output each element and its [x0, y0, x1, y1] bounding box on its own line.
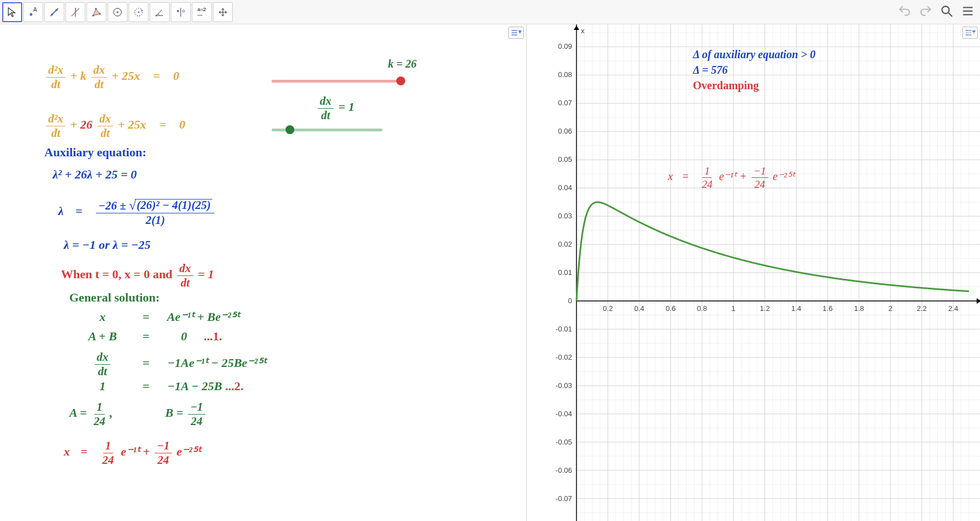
- final-solution: x = 124 e⁻¹ᵗ + −124 e⁻²⁵ᵗ: [64, 440, 201, 466]
- toolbar: A a=2—: [0, 0, 980, 24]
- svg-text:1.8: 1.8: [854, 304, 864, 313]
- gen-row4: 1 = −1A − 25B ...2.: [80, 379, 243, 394]
- svg-point-4: [55, 9, 58, 11]
- svg-text:-0.07: -0.07: [555, 494, 572, 503]
- svg-point-10: [95, 8, 97, 10]
- perpendicular-tool[interactable]: [65, 2, 85, 22]
- svg-point-15: [141, 9, 143, 11]
- svg-text:1: 1: [732, 304, 736, 313]
- dxdt-slider[interactable]: [272, 124, 382, 135]
- gen-ab: A = 124, B = −124: [69, 401, 207, 427]
- svg-text:0.07: 0.07: [558, 99, 572, 107]
- svg-text:0: 0: [568, 297, 572, 305]
- svg-text:2.4: 2.4: [948, 304, 958, 313]
- gen-row3: dxdt = −1Ae⁻¹ᵗ − 25Be⁻²⁵ᵗ: [80, 351, 266, 377]
- view-options-left[interactable]: [508, 27, 524, 39]
- lambda-solutions: λ = −1 or λ = −25: [64, 238, 151, 252]
- general-solution-title: General solution:: [69, 290, 160, 305]
- redo-button[interactable]: [917, 2, 935, 20]
- svg-marker-150: [977, 298, 980, 304]
- svg-point-16: [156, 14, 157, 16]
- point-tool[interactable]: A: [23, 2, 43, 22]
- lambda-quadratic: λ = −26 ± √(26)² − 4(1)(25) 2(1): [58, 199, 216, 226]
- svg-marker-7: [93, 9, 100, 16]
- svg-text:-0.04: -0.04: [555, 410, 572, 418]
- svg-text:0.4: 0.4: [634, 304, 644, 313]
- circle-tool[interactable]: [108, 2, 127, 22]
- svg-text:1.6: 1.6: [823, 304, 833, 313]
- ode-general: d²xdt + k dxdt + 25x = 0: [44, 64, 179, 90]
- svg-text:-0.05: -0.05: [555, 438, 572, 446]
- svg-point-14: [138, 11, 140, 13]
- svg-point-12: [116, 11, 119, 13]
- solution-on-graph: x = 124 e⁻¹ᵗ + −124 e⁻²⁵ᵗ: [668, 166, 795, 190]
- move-tool[interactable]: [2, 2, 22, 22]
- ode-with-k: d²xdt + 26 dxdt + 25x = 0: [44, 113, 185, 139]
- svg-text:-0.03: -0.03: [555, 381, 572, 390]
- svg-text:0.04: 0.04: [558, 183, 572, 192]
- svg-point-3: [51, 13, 53, 16]
- polygon-tool[interactable]: [86, 2, 106, 22]
- reflect-tool[interactable]: [171, 2, 191, 22]
- gen-row2: A + B = 0 ...1.: [80, 329, 222, 344]
- svg-point-20: [942, 6, 949, 13]
- svg-text:0.08: 0.08: [558, 70, 572, 79]
- undo-button[interactable]: [896, 2, 913, 20]
- line-tool[interactable]: [44, 2, 64, 22]
- gen-row1: x = Ae⁻¹ᵗ + Be⁻²⁵ᵗ: [80, 310, 239, 324]
- svg-text:2.2: 2.2: [917, 304, 927, 313]
- menu-icon[interactable]: [959, 2, 977, 20]
- svg-text:0.8: 0.8: [697, 304, 707, 313]
- svg-text:x: x: [581, 27, 585, 35]
- graphics-view[interactable]: x0.20.40.60.811.21.41.61.822.22.4-0.07-0…: [527, 24, 980, 521]
- k-slider[interactable]: [272, 75, 405, 86]
- svg-text:0.06: 0.06: [558, 127, 572, 135]
- svg-line-21: [948, 13, 952, 17]
- dxdt-slider-label: dxdt = 1: [316, 95, 354, 121]
- angle-tool[interactable]: [150, 2, 170, 22]
- svg-text:-0.01: -0.01: [555, 325, 572, 333]
- svg-point-18: [177, 10, 179, 12]
- svg-text:A: A: [33, 7, 37, 13]
- svg-text:0.09: 0.09: [558, 42, 572, 50]
- svg-text:0.03: 0.03: [558, 212, 572, 220]
- svg-text:-0.02: -0.02: [555, 353, 572, 361]
- discriminant-annotation: Δ of auxiliary equation > 0 Δ = 576 Over…: [693, 47, 815, 93]
- svg-text:0.05: 0.05: [558, 155, 572, 164]
- slider-tool[interactable]: a=2—: [192, 2, 212, 22]
- svg-text:-0.06: -0.06: [555, 466, 572, 474]
- search-icon[interactable]: [938, 2, 956, 20]
- algebra-view[interactable]: d²xdt + k dxdt + 25x = 0 d²xdt + 26 dxdt…: [0, 24, 527, 521]
- svg-text:0.02: 0.02: [558, 240, 572, 248]
- svg-text:0.01: 0.01: [558, 268, 572, 277]
- move-view-tool[interactable]: [213, 2, 233, 22]
- k-slider-label: k = 26: [388, 58, 416, 70]
- initial-conditions: When t = 0, x = 0 and dxdt = 1: [61, 263, 214, 289]
- toolbar-right: [896, 2, 977, 20]
- svg-point-9: [99, 13, 101, 15]
- svg-text:0.2: 0.2: [603, 304, 613, 313]
- aux-eq: λ² + 26λ + 25 = 0: [53, 167, 137, 182]
- svg-point-8: [92, 14, 94, 17]
- ellipse-tool[interactable]: [129, 2, 149, 22]
- svg-text:1.2: 1.2: [760, 304, 770, 313]
- svg-text:2: 2: [889, 304, 892, 313]
- aux-title: Auxiliary equation:: [44, 145, 146, 160]
- graph-canvas[interactable]: x0.20.40.60.811.21.41.61.822.22.4-0.07-0…: [527, 24, 980, 521]
- svg-marker-151: [574, 25, 579, 30]
- svg-text:1.4: 1.4: [791, 304, 801, 313]
- svg-marker-28: [518, 30, 522, 34]
- svg-point-0: [30, 13, 33, 16]
- svg-point-19: [182, 10, 185, 12]
- svg-text:0.6: 0.6: [666, 304, 676, 313]
